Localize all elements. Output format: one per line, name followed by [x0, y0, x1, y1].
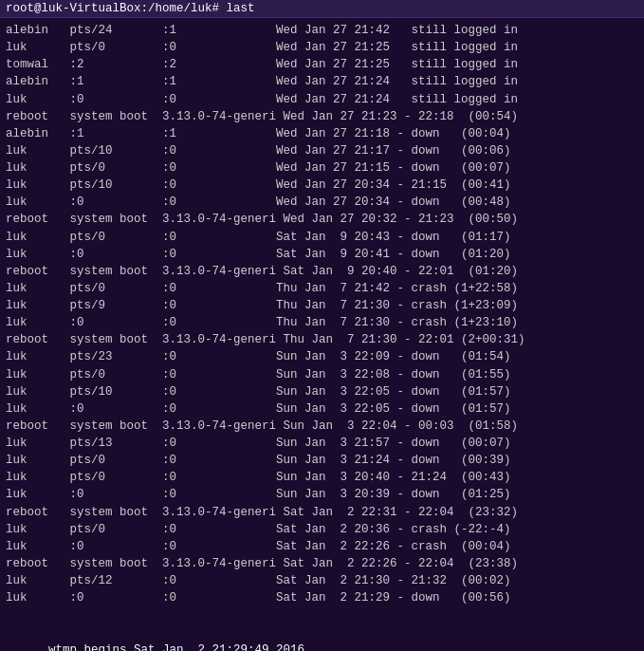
- output-line: luk pts/13 :0 Sun Jan 3 21:57 - down (00…: [6, 435, 638, 452]
- output-line: luk pts/0 :0 Thu Jan 7 21:42 - crash (1+…: [6, 280, 638, 297]
- terminal-window: root@luk-VirtualBox:/home/luk# last aleb…: [0, 0, 644, 651]
- terminal-body: alebin pts/24 :1 Wed Jan 27 21:42 still …: [0, 18, 644, 651]
- output-line: luk pts/12 :0 Sat Jan 2 21:30 - 21:32 (0…: [6, 572, 638, 589]
- output-line: luk :0 :0 Sat Jan 2 21:29 - down (00:56): [6, 589, 638, 606]
- output-line: reboot system boot 3.13.0-74-generi Sat …: [6, 555, 638, 572]
- output-line: luk pts/10 :0 Wed Jan 27 20:34 - 21:15 (…: [6, 177, 638, 194]
- output-line: luk pts/10 :0 Wed Jan 27 21:17 - down (0…: [6, 142, 638, 159]
- output-line: reboot system boot 3.13.0-74-generi Thu …: [6, 331, 638, 348]
- wtmp-text: wtmp begins Sat Jan 2 21:29:49 2016: [48, 643, 304, 652]
- output-line: alebin :1 :1 Wed Jan 27 21:18 - down (00…: [6, 125, 638, 142]
- output-lines: alebin pts/24 :1 Wed Jan 27 21:42 still …: [6, 22, 638, 606]
- output-line: luk pts/10 :0 Sun Jan 3 22:05 - down (01…: [6, 383, 638, 400]
- output-line: luk pts/9 :0 Thu Jan 7 21:30 - crash (1+…: [6, 297, 638, 314]
- output-line: reboot system boot 3.13.0-74-generi Sat …: [6, 263, 638, 280]
- output-line: reboot system boot 3.13.0-74-generi Wed …: [6, 211, 638, 228]
- output-line: luk :0 :0 Sun Jan 3 22:05 - down (01:57): [6, 400, 638, 418]
- output-line: luk pts/0 :0 Sat Jan 2 20:36 - crash (-2…: [6, 521, 638, 538]
- output-line: luk :0 :0 Sun Jan 3 20:39 - down (01:25): [6, 486, 638, 503]
- output-line: reboot system boot 3.13.0-74-generi Sat …: [6, 504, 638, 521]
- output-line: luk :0 :0 Wed Jan 27 20:34 - down (00:48…: [6, 194, 638, 211]
- title-text: root@luk-VirtualBox:/home/luk# last: [6, 2, 255, 15]
- output-line: luk :0 :0 Thu Jan 7 21:30 - crash (1+23:…: [6, 314, 638, 331]
- output-line: luk pts/0 :0 Wed Jan 27 21:15 - down (00…: [6, 159, 638, 177]
- output-line: luk pts/0 :0 Sun Jan 3 20:40 - 21:24 (00…: [6, 469, 638, 486]
- output-line: reboot system boot 3.13.0-74-generi Sun …: [6, 418, 638, 435]
- output-line: alebin :1 :1 Wed Jan 27 21:24 still logg…: [6, 73, 638, 90]
- output-line: luk pts/0 :0 Sat Jan 9 20:43 - down (01:…: [6, 229, 638, 246]
- output-line: luk pts/0 :0 Sun Jan 3 22:08 - down (01:…: [6, 366, 638, 383]
- output-line: luk pts/0 :0 Sun Jan 3 21:24 - down (00:…: [6, 452, 638, 469]
- output-line: luk :0 :0 Wed Jan 27 21:24 still logged …: [6, 91, 638, 108]
- output-line: luk pts/0 :0 Wed Jan 27 21:25 still logg…: [6, 39, 638, 56]
- title-bar: root@luk-VirtualBox:/home/luk# last: [0, 0, 644, 18]
- output-line: reboot system boot 3.13.0-74-generi Wed …: [6, 108, 638, 125]
- wtmp-line: wtmp begins Sat Jan 2 21:29:49 2016: [6, 623, 638, 651]
- empty-line: [6, 606, 638, 623]
- output-line: tomwal :2 :2 Wed Jan 27 21:25 still logg…: [6, 56, 638, 73]
- output-line: luk :0 :0 Sat Jan 2 22:26 - crash (00:04…: [6, 538, 638, 555]
- output-line: luk :0 :0 Sat Jan 9 20:41 - down (01:20): [6, 246, 638, 263]
- output-line: alebin pts/24 :1 Wed Jan 27 21:42 still …: [6, 22, 638, 39]
- output-line: luk pts/23 :0 Sun Jan 3 22:09 - down (01…: [6, 348, 638, 365]
